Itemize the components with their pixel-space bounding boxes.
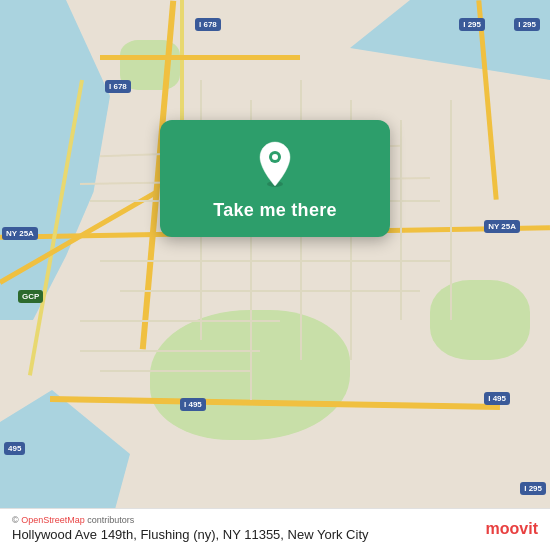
shield-i678-top: I 678 [195,18,221,31]
shield-i678-left: I 678 [105,80,131,93]
park-right [430,280,530,360]
osm-attribution: © OpenStreetMap contributors [12,515,538,525]
svg-point-2 [272,154,278,160]
moovit-logo: moovit [486,520,538,538]
shield-i295: I 295 [459,18,485,31]
shield-i495-right: I 495 [484,392,510,405]
shield-495-bottom: 495 [4,442,25,455]
map-background: I 678 I 678 I 295 I 295 NY 25A NY 25A I … [0,0,550,550]
shield-295-bottom-right: I 295 [520,482,546,495]
road-local-v4 [400,120,402,320]
shield-i495-center: I 495 [180,398,206,411]
osm-prefix: © [12,515,21,525]
overlay-card: Take me there [160,120,390,237]
road-local-4 [100,260,450,262]
road-local-5 [120,290,420,292]
road-local-8 [100,370,250,372]
water-body-top-right [350,0,550,80]
osm-link[interactable]: OpenStreetMap [21,515,85,525]
osm-suffix: contributors [85,515,135,525]
shield-ny25a-right: NY 25A [484,220,520,233]
shield-ny25a-left: NY 25A [2,227,38,240]
road-i678-horizontal [100,55,300,60]
map-container: I 678 I 678 I 295 I 295 NY 25A NY 25A I … [0,0,550,550]
road-local-7 [80,350,260,352]
road-local-v5 [450,100,452,320]
take-me-there-button[interactable]: Take me there [213,200,337,221]
map-pin-icon [255,140,295,192]
address-text: Hollywood Ave 149th, Flushing (ny), NY 1… [12,527,538,542]
shield-i295-right: I 295 [514,18,540,31]
bottom-bar: © OpenStreetMap contributors Hollywood A… [0,508,550,550]
shield-gcp: GCP [18,290,43,303]
